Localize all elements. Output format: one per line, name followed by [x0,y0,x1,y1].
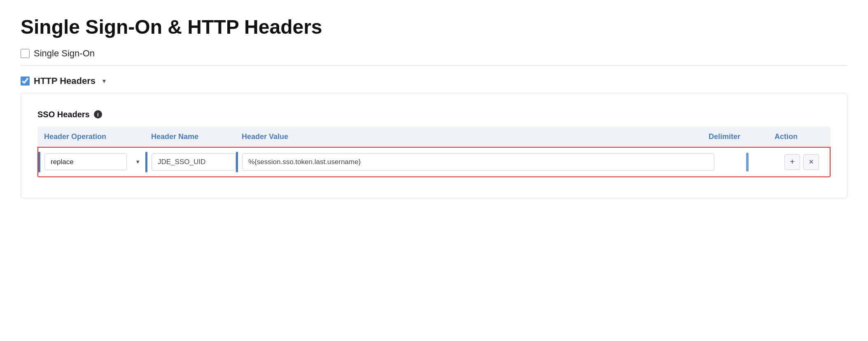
cell-header-value [236,152,714,172]
http-headers-panel: SSO Headers i Header Operation Header Na… [21,93,847,198]
header-name-input[interactable] [152,153,236,171]
sso-headers-table: Header Operation Header Name Header Valu… [37,127,831,177]
delimiter-bar [746,153,749,172]
select-wrapper: replace insert delete append ▼ [44,153,145,170]
sso-checkbox[interactable] [21,49,30,58]
th-header-value: Header Value [242,132,709,141]
remove-row-button[interactable]: × [803,154,819,170]
th-action: Action [775,132,824,141]
cell-header-operation: replace insert delete append ▼ [38,152,145,172]
add-row-button[interactable]: + [784,154,800,170]
sso-label: Single Sign-On [34,48,95,59]
http-headers-label: HTTP Headers [34,76,96,86]
table-header-row: Header Operation Header Name Header Valu… [37,127,831,147]
table-body: replace insert delete append ▼ [37,147,831,177]
blue-bar-name [145,152,147,172]
page-title: Single Sign-On & HTTP Headers [21,16,847,38]
http-headers-section: HTTP Headers ▼ [21,76,847,86]
cell-delimiter [714,153,780,172]
info-icon[interactable]: i [94,110,102,118]
sso-headers-label: SSO Headers [37,110,90,119]
blue-bar-value [236,152,238,172]
blue-bar-operation [38,152,40,172]
http-headers-checkbox[interactable] [21,77,30,86]
cell-header-name [145,152,236,172]
th-delimiter: Delimiter [709,132,775,141]
header-operation-select[interactable]: replace insert delete append [44,153,127,170]
section-divider [21,65,847,66]
cell-action: + × [780,154,830,170]
table-row: replace insert delete append ▼ [38,148,830,176]
sso-section: Single Sign-On [21,48,847,59]
header-value-input[interactable] [242,153,714,171]
chevron-down-icon[interactable]: ▼ [101,78,107,84]
select-arrow-icon: ▼ [135,159,140,165]
th-header-operation: Header Operation [44,132,151,141]
sso-headers-title-row: SSO Headers i [37,110,831,119]
th-header-name: Header Name [151,132,242,141]
